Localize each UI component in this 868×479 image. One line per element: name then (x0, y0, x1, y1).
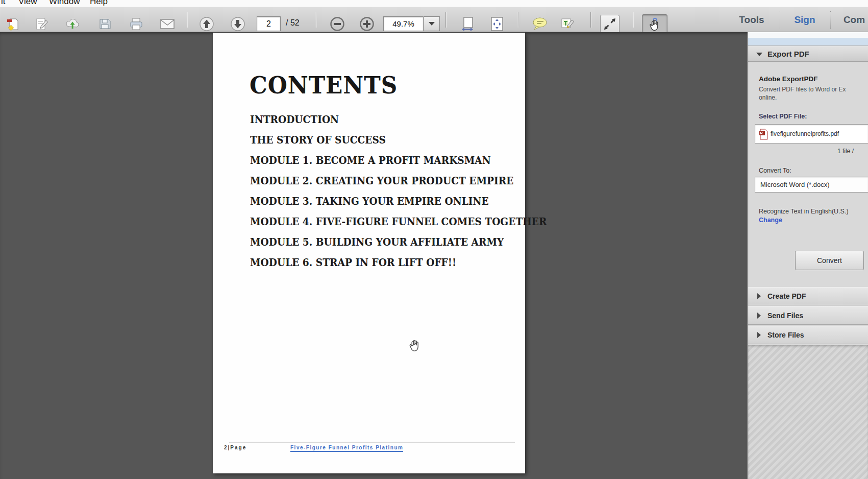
page-number-input-box (257, 16, 281, 31)
tools-panel: Export PDF Adobe ExportPDF Convert PDF f… (748, 32, 868, 479)
hand-tool-button[interactable] (642, 14, 667, 34)
create-pdf-button[interactable] (4, 15, 22, 33)
fill-sign-button[interactable] (33, 15, 51, 33)
convert-to-label: Convert To: (759, 167, 791, 174)
comment-button[interactable] (531, 15, 549, 33)
zoom-level-value[interactable]: 49.7% (383, 16, 424, 31)
chevron-down-icon (429, 22, 435, 26)
save-button[interactable] (96, 15, 114, 33)
toolbar-separator (590, 12, 591, 28)
toc-entry: MODULE 2. CREATING YOUR PRODUCT EMPIRE (250, 175, 513, 187)
select-pdf-file-label: Select PDF File: (759, 113, 807, 120)
create-pdf-section-header[interactable]: Create PDF (748, 287, 868, 305)
main-toolbar: / 52 49.7% (0, 7, 868, 32)
footer-rule (229, 442, 515, 443)
page-up-icon (199, 16, 215, 32)
convert-button[interactable]: Convert (795, 251, 864, 270)
panel-blue-strip (748, 38, 868, 45)
expand-arrows-icon (603, 17, 617, 31)
fit-page-button[interactable] (488, 15, 506, 33)
zoom-out-button[interactable] (328, 15, 346, 33)
selected-file-name: fivefigurefunnelprofits.pdf (771, 125, 839, 143)
export-pdf-section-label: Export PDF (767, 46, 809, 62)
tab-separator (780, 11, 780, 29)
tab-comment[interactable]: Com (838, 7, 868, 33)
toolbar-separator (633, 12, 633, 28)
selected-file-box[interactable]: fivefigurefunnelprofits.pdf (755, 124, 868, 143)
toc-entry: MODULE 1. BECOME A PROFIT MARKSMAN (250, 154, 491, 166)
menu-bar: it View Window Help (0, 0, 868, 7)
toc-entry: THE STORY OF SUCCESS (250, 134, 386, 146)
chevron-right-icon (757, 332, 761, 338)
cloud-upload-icon (65, 17, 80, 31)
menu-item-edit[interactable]: it (1, 0, 6, 7)
minus-icon (329, 16, 345, 32)
export-pdf-title: Adobe ExportPDF (759, 75, 818, 83)
highlight-text-icon (560, 17, 575, 31)
store-files-section-header[interactable]: Store Files (748, 326, 868, 344)
menu-item-help[interactable]: Help (90, 0, 108, 7)
zoom-level-dropdown[interactable] (424, 16, 440, 31)
toc-entry: MODULE 6. STRAP IN FOR LIFT OFF!! (250, 256, 456, 269)
send-files-section-header[interactable]: Send Files (748, 306, 868, 325)
toolbar-separator (518, 12, 518, 28)
zoom-in-button[interactable] (358, 15, 376, 33)
plus-icon (359, 16, 375, 32)
change-language-link[interactable]: Change (759, 217, 782, 224)
convert-format-dropdown[interactable]: Microsoft Word (*.docx) (755, 177, 868, 193)
page-number-input[interactable] (257, 17, 280, 31)
toolbar-separator (187, 12, 187, 28)
footer-link[interactable]: Five-Figure Funnel Profits Platinum (290, 445, 403, 452)
page-down-icon (230, 16, 246, 32)
send-files-section-label: Send Files (767, 307, 803, 324)
export-pdf-section-header[interactable]: Export PDF (748, 45, 868, 62)
next-page-button[interactable] (229, 15, 247, 33)
panel-hatched-area (748, 345, 868, 479)
export-pdf-description-line2: online. (759, 94, 777, 101)
page-count-label: / 52 (286, 18, 300, 28)
acrobat-window: it View Window Help (0, 0, 868, 479)
panel-top-strip (748, 32, 868, 38)
recognize-text-label: Recognize Text in English(U.S.) (759, 208, 849, 215)
fit-width-icon (461, 16, 475, 32)
toc-entry: MODULE 5. BUILDING YOUR AFFILIATE ARMY (250, 236, 504, 248)
store-files-section-label: Store Files (767, 326, 804, 344)
fit-page-icon (490, 16, 504, 32)
envelope-icon (160, 18, 175, 30)
print-button[interactable] (127, 15, 145, 33)
speech-bubble-icon (532, 17, 548, 31)
highlight-text-button[interactable] (558, 15, 577, 33)
create-pdf-icon (6, 17, 20, 31)
tab-tools[interactable]: Tools (732, 7, 772, 33)
toc-entry: MODULE 3. TAKING YOUR EMPIRE ONLINE (250, 195, 489, 207)
cloud-upload-button[interactable] (63, 15, 82, 33)
hand-tool-icon (648, 17, 661, 31)
print-icon (129, 17, 143, 31)
previous-page-button[interactable] (197, 15, 216, 33)
pdf-page[interactable]: CONTENTS INTRODUCTION THE STORY OF SUCCE… (213, 33, 525, 473)
toolbar-separator (445, 12, 446, 28)
footer-page-label: 2|Page (224, 445, 246, 450)
email-button[interactable] (158, 15, 177, 33)
create-pdf-section-label: Create PDF (767, 288, 806, 305)
toc-entry: INTRODUCTION (250, 113, 339, 126)
toc-entry: MODULE 4. FIVE-FIGURE FUNNEL COMES TOGET… (250, 215, 547, 228)
convert-format-value: Microsoft Word (*.docx) (760, 177, 830, 192)
chevron-down-icon (756, 53, 762, 56)
edit-pen-icon (35, 17, 49, 31)
page-title: CONTENTS (250, 71, 398, 99)
document-view-area: CONTENTS INTRODUCTION THE STORY OF SUCCE… (0, 32, 748, 479)
menu-item-window[interactable]: Window (49, 0, 80, 7)
menu-item-view[interactable]: View (18, 0, 37, 7)
fullscreen-button[interactable] (600, 15, 619, 33)
chevron-right-icon (757, 293, 761, 299)
export-pdf-description-line1: Convert PDF files to Word or Ex (759, 86, 846, 93)
save-icon (98, 17, 112, 31)
chevron-right-icon (757, 313, 761, 319)
file-count-label: 1 file / (837, 148, 854, 155)
tab-sign[interactable]: Sign (786, 7, 824, 33)
toolbar-separator (316, 12, 316, 28)
tab-separator (830, 11, 831, 29)
pdf-file-icon (759, 129, 768, 140)
fit-width-button[interactable] (459, 15, 477, 33)
